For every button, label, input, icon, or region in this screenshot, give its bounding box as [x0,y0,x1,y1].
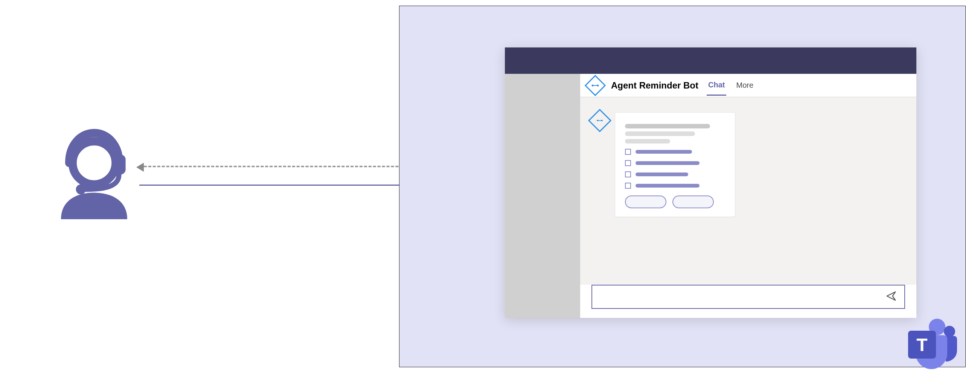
svg-point-12 [597,120,598,121]
teams-window: Agent Reminder Bot Chat More [505,48,916,318]
card-checklist-item[interactable] [625,160,725,166]
bot-name: Agent Reminder Bot [611,80,698,91]
adaptive-card [615,112,735,217]
card-line-placeholder [635,184,700,188]
teams-chat-header: Agent Reminder Bot Chat More [580,74,916,97]
svg-point-10 [597,84,599,86]
svg-rect-14 [598,120,601,121]
teams-titlebar [505,48,916,74]
svg-point-9 [592,84,594,86]
card-line-placeholder [635,172,688,176]
svg-point-16 [944,326,955,337]
arrow-bot-to-agent [139,166,425,167]
card-checklist-item[interactable] [625,171,725,177]
checkbox-icon[interactable] [625,160,631,166]
tab-more[interactable]: More [735,76,755,95]
card-text-placeholder [625,139,670,143]
svg-rect-1 [112,154,126,174]
checkbox-icon[interactable] [625,171,631,177]
microsoft-teams-logo-icon: T [897,314,958,371]
checkbox-icon[interactable] [625,149,631,155]
teams-logo-letter: T [916,335,927,355]
bot-avatar-icon [588,109,611,132]
card-action-button[interactable] [625,196,667,208]
checkbox-icon[interactable] [625,183,631,189]
tab-chat[interactable]: Chat [707,75,726,96]
teams-panel: Agent Reminder Bot Chat More [399,6,966,367]
teams-left-rail [505,74,580,318]
card-text-placeholder [625,131,695,136]
teams-chat-canvas [580,97,916,285]
svg-point-0 [73,141,116,184]
card-line-placeholder [635,150,692,154]
teams-compose-box[interactable] [592,285,905,309]
card-action-button[interactable] [672,196,714,208]
svg-point-13 [601,120,603,121]
bot-diamond-icon [585,75,606,96]
card-checklist-item[interactable] [625,149,725,155]
agent-person-icon [53,117,135,222]
send-icon[interactable] [886,290,897,303]
card-line-placeholder [635,161,700,165]
card-title-placeholder [625,124,710,129]
svg-rect-11 [593,85,597,86]
card-checklist-item[interactable] [625,183,725,189]
